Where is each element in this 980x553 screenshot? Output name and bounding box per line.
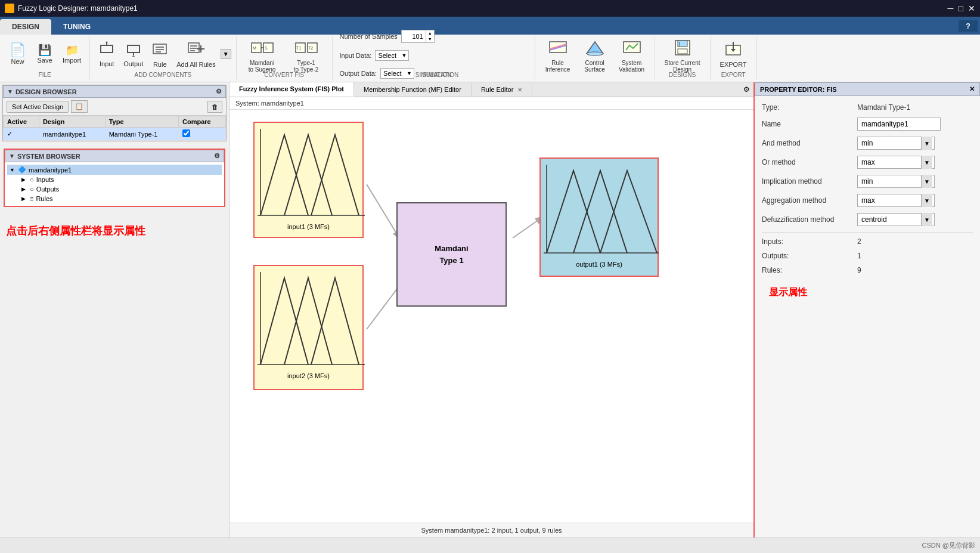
property-editor-close-icon[interactable]: ✕: [969, 85, 975, 93]
input1-label: input1 (3 MFs): [255, 223, 362, 230]
new-button[interactable]: 📄 New: [5, 41, 30, 67]
export-icon: [725, 41, 742, 60]
import-button[interactable]: 📁 Import: [59, 42, 85, 66]
save-button[interactable]: 💾 Save: [33, 42, 57, 66]
implication-select[interactable]: min: [857, 175, 935, 188]
expand-icon[interactable]: ▼: [10, 167, 15, 173]
outputs-stat-value: 1: [857, 252, 861, 260]
export-label: EXPORT: [720, 61, 747, 68]
or-method-select[interactable]: max: [857, 156, 935, 169]
design-browser: ▼ DESIGN BROWSER ⚙ Set Active Design 📋 🗑…: [2, 85, 227, 141]
tab-mf-editor[interactable]: Membership Function (MF) Editor: [354, 83, 472, 96]
rules-stat-value: 9: [857, 266, 861, 274]
name-input[interactable]: [857, 118, 941, 131]
aggregation-select[interactable]: max: [857, 194, 935, 207]
design-browser-settings-icon[interactable]: ⚙: [216, 88, 222, 95]
prop-row-aggregation: Aggregation method max ▼: [762, 194, 973, 207]
tree-label-inputs: Inputs: [36, 176, 54, 183]
store-current-design-button[interactable]: Store CurrentDesign: [660, 37, 705, 75]
output-button[interactable]: Output: [120, 38, 147, 70]
outputs-expand-icon[interactable]: ▶: [21, 186, 27, 192]
inputs-stat-value: 2: [857, 237, 861, 246]
rules-stat-label: Rules:: [762, 266, 857, 274]
maximize-btn[interactable]: □: [959, 4, 963, 13]
cell-compare[interactable]: [178, 128, 225, 141]
system-validation-button[interactable]: SystemValidation: [614, 37, 650, 75]
input-data-label: Input Data:: [340, 52, 372, 59]
tab-rule-editor[interactable]: Rule Editor ✕: [472, 83, 532, 96]
and-method-label: And method: [762, 139, 857, 147]
tab-fis-plot[interactable]: Fuzzy Inference System (FIS) Plot: [230, 82, 354, 97]
chinese-annotation: 点击后右侧属性栏将显示属性: [0, 212, 229, 250]
app-icon: [5, 4, 14, 13]
type-value: Mamdani Type-1: [857, 103, 910, 112]
compare-checkbox[interactable]: [182, 129, 190, 137]
fis-tab-settings-icon[interactable]: ⚙: [743, 85, 750, 94]
num-samples-counter[interactable]: ▲ ▼: [401, 30, 435, 43]
tree-item-rules[interactable]: ▶ ≡ Rules: [19, 194, 222, 203]
tree-item-mamdanitype1[interactable]: ▼ 🔷 mamdanitype1: [7, 165, 222, 175]
tree-item-outputs[interactable]: ▶ ○ Outputs: [19, 184, 222, 194]
input-button[interactable]: Input: [95, 38, 119, 70]
rules-expand-icon[interactable]: ▶: [21, 196, 27, 202]
rule-editor-tab-close[interactable]: ✕: [517, 86, 522, 93]
prop-row-and: And method min ▼: [762, 137, 973, 150]
svg-rect-32: [678, 41, 687, 47]
set-active-design-button[interactable]: Set Active Design: [7, 101, 69, 113]
table-row[interactable]: ✓ mamdanitype1 Mamdani Type-1: [4, 128, 226, 141]
type1-to-type2-button[interactable]: T1T2 Type-1to Type-2: [286, 37, 327, 75]
store-design-icon: [673, 39, 692, 58]
design-browser-title: DESIGN BROWSER: [15, 88, 77, 95]
mamdani-sugeno-icon: MS: [250, 39, 274, 58]
tree-item-inputs[interactable]: ▶ ○ Inputs: [19, 175, 222, 184]
minimize-btn[interactable]: ─: [948, 4, 954, 13]
center-box-title: MamdaniType 1: [435, 243, 468, 266]
center-box[interactable]: MamdaniType 1: [396, 202, 507, 307]
input2-box[interactable]: input2 (3 MFs): [253, 265, 364, 390]
counter-down-btn[interactable]: ▼: [426, 36, 434, 42]
copy-design-button[interactable]: 📋: [71, 100, 88, 113]
file-group-label: FILE: [0, 72, 89, 78]
output-label: output1 (3 MFs): [541, 261, 658, 268]
outputs-node-icon: ○: [30, 186, 34, 193]
num-samples-input[interactable]: [402, 32, 426, 41]
input1-mf-svg: [255, 123, 365, 221]
and-method-select[interactable]: min: [857, 137, 935, 150]
svg-text:M: M: [253, 46, 256, 50]
property-editor-title: PROPERTY EDITOR: FIS: [760, 86, 837, 93]
control-surface-label: ControlSurface: [584, 60, 604, 73]
help-button[interactable]: ?: [959, 20, 978, 32]
fis-tab-actions: ⚙: [743, 85, 753, 94]
output-box[interactable]: output1 (3 MFs): [539, 157, 659, 277]
rule-inference-label: RuleInference: [545, 60, 570, 73]
control-surface-button[interactable]: ControlSurface: [577, 37, 613, 75]
fis-outer: input1 (3 MFs) input2 (3 MFs) Mamdani: [230, 110, 753, 523]
design-browser-collapse[interactable]: ▼: [7, 88, 13, 95]
implication-label: Implication method: [762, 177, 857, 186]
design-browser-header: ▼ DESIGN BROWSER ⚙: [3, 85, 226, 98]
tab-tuning[interactable]: TUNING: [51, 19, 103, 35]
input1-box[interactable]: input1 (3 MFs): [253, 122, 364, 238]
counter-up-btn[interactable]: ▲: [426, 30, 434, 36]
ribbon-group-file: 📄 New 💾 Save 📁 Import FILE: [0, 37, 90, 79]
tab-design[interactable]: DESIGN: [0, 19, 51, 35]
system-browser-collapse[interactable]: ▼: [9, 153, 15, 159]
title-bar: Fuzzy Logic Designer: mamdanitype1 ─ □ ✕: [0, 0, 980, 17]
delete-design-button[interactable]: 🗑: [207, 101, 222, 113]
main-tab-bar: DESIGN TUNING ?: [0, 17, 980, 35]
export-button[interactable]: EXPORT: [715, 38, 752, 70]
system-browser-header: ▼ SYSTEM BROWSER ⚙: [5, 150, 224, 162]
add-components-dropdown-btn[interactable]: ▼: [221, 49, 231, 59]
fis-block-icon: 🔷: [18, 166, 26, 174]
mamdani-to-sugeno-button[interactable]: MS Mamdanito Sugeno: [241, 37, 283, 75]
defuzz-select[interactable]: centroid: [857, 213, 935, 226]
add-all-rules-button[interactable]: Add All Rules: [173, 38, 219, 70]
input-data-select[interactable]: Select: [375, 50, 409, 61]
rule-button[interactable]: Rule: [148, 38, 172, 70]
close-btn[interactable]: ✕: [968, 4, 975, 13]
rule-inference-button[interactable]: RuleInference: [540, 37, 576, 75]
inputs-expand-icon[interactable]: ▶: [21, 177, 27, 183]
window-controls[interactable]: ─ □ ✕: [948, 4, 975, 13]
design-browser-toolbar: Set Active Design 📋 🗑: [3, 98, 226, 116]
system-browser-settings-icon[interactable]: ⚙: [214, 152, 220, 160]
